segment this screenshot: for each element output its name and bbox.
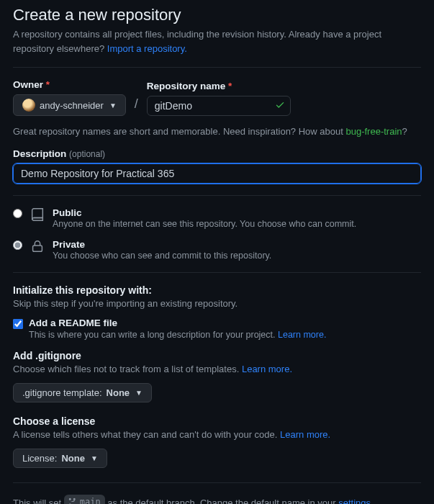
import-repository-link[interactable]: Import a repository. [107,43,187,54]
lock-icon [30,238,45,256]
license-sub: A license tells others what they can and… [13,429,421,440]
name-hint: Great repository names are short and mem… [13,126,421,137]
gitignore-template-button[interactable]: .gitignore template: None ▼ [13,383,152,402]
git-branch-icon [68,498,77,504]
branch-settings-link[interactable]: settings [338,498,371,504]
init-heading: Initialize this repository with: [13,284,421,296]
visibility-private-title: Private [53,239,271,250]
default-branch-note: This will set main as the default branch… [13,495,421,504]
chevron-down-icon: ▼ [135,389,143,397]
page-title: Create a new repository [13,6,421,24]
owner-select-button[interactable]: andy-schneider ▼ [13,94,126,116]
gitignore-sub: Choose which files not to track from a l… [13,364,421,374]
page-subhead: A repository contains all project files,… [13,27,421,55]
visibility-private-sub: You choose who can see and commit to thi… [53,251,271,261]
gitignore-learn-more-link[interactable]: Learn more. [242,364,292,374]
divider [13,482,421,483]
readme-learn-more-link[interactable]: Learn more. [278,330,326,340]
divider [13,195,421,196]
description-label: Description (optional) [13,148,421,159]
description-input[interactable] [13,163,421,184]
repo-icon [30,207,45,225]
visibility-private-radio[interactable] [13,240,22,250]
add-readme-checkbox[interactable] [13,319,23,329]
license-label: Choose a license [13,415,421,427]
init-skip-note: Skip this step if you're importing an ex… [13,298,421,309]
branch-badge: main [64,495,105,504]
visibility-public-sub: Anyone on the internet can see this repo… [53,219,356,229]
divider [13,272,421,273]
repo-name-label: Repository name * [147,81,291,91]
visibility-public-radio[interactable] [13,209,22,218]
check-icon [275,100,285,112]
repository-name-input[interactable] [147,96,291,116]
owner-label: Owner * [13,79,126,90]
chevron-down-icon: ▼ [91,454,98,462]
add-readme-title: Add a README file [29,318,326,328]
path-separator: / [132,96,141,116]
license-select-button[interactable]: License: None ▼ [13,449,107,468]
svg-rect-0 [33,246,42,251]
license-learn-more-link[interactable]: Learn more. [280,429,330,440]
chevron-down-icon: ▼ [109,102,117,109]
name-suggestion-link[interactable]: bug-free-train [345,126,402,137]
avatar [22,99,35,112]
gitignore-label: Add .gitignore [13,350,421,361]
add-readme-sub: This is where you can write a long descr… [29,330,326,340]
divider [13,67,421,68]
visibility-public-title: Public [53,207,356,218]
